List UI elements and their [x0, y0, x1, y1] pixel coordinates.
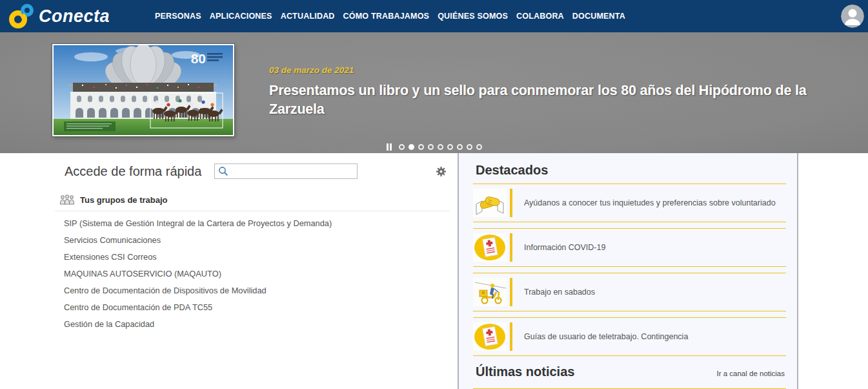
group-link-doc-movilidad[interactable]: Centro de Documentación de Dispositivos …: [64, 282, 458, 299]
carousel-controls: [0, 143, 868, 151]
featured-item-sabados[interactable]: Trabajo en sabados: [473, 273, 786, 311]
divider: [55, 211, 450, 211]
group-link-maqauto[interactable]: MAQUINAS AUTOSERVICIO (MAQAUTO): [64, 265, 458, 282]
carousel-pause-button[interactable]: [387, 143, 392, 151]
carousel-dot-8[interactable]: [467, 144, 472, 150]
work-groups-list: SIP (Sistema de Gestión Integral de la C…: [55, 215, 458, 332]
carousel-dot-2[interactable]: [409, 144, 414, 150]
featured-label: Ayúdanos a conocer tus inquietudes y pre…: [524, 198, 776, 207]
page: Conecta PERSONAS APLICACIONES ACTUALIDAD…: [0, 0, 868, 389]
nav-documenta[interactable]: DOCUMENTA: [572, 12, 625, 21]
people-group-icon: [59, 194, 75, 205]
hero-carousel: 80: [0, 32, 868, 153]
news-channel-link[interactable]: Ir a canal de noticias: [717, 370, 785, 377]
accent-bar: [510, 322, 512, 351]
carousel-dot-3[interactable]: [418, 144, 424, 150]
quick-access-panel: Accede de forma rápida: [0, 153, 458, 389]
work-groups-title: Tus grupos de trabajo: [80, 195, 168, 205]
carousel-dot-9[interactable]: [476, 144, 482, 150]
nav-como-trabajamos[interactable]: CÓMO TRABAJAMOS: [343, 12, 430, 21]
featured-item-covid[interactable]: Información COVID-19: [473, 228, 786, 267]
top-navbar: Conecta PERSONAS APLICACIONES ACTUALIDAD…: [0, 0, 868, 32]
hero-caption: 03 de marzo de 2021 Presentamos un libro…: [269, 65, 814, 118]
accent-bar: [510, 233, 512, 262]
medical-document-icon: [473, 322, 507, 351]
carousel-dot-1[interactable]: [399, 144, 405, 150]
group-link-sip[interactable]: SIP (Sistema de Gestión Integral de la C…: [64, 215, 458, 231]
carousel-dots: [399, 144, 482, 150]
carousel-dot-4[interactable]: [428, 144, 434, 150]
nav-colabora[interactable]: COLABORA: [516, 12, 564, 21]
right-spacer: [798, 153, 868, 389]
search-icon: [218, 166, 228, 179]
main-menu: PERSONAS APLICACIONES ACTUALIDAD CÓMO TR…: [155, 12, 625, 21]
search-input[interactable]: [214, 163, 358, 179]
group-link-servicios-comunicaciones[interactable]: Servicios Comunicaciones: [64, 231, 458, 248]
featured-label: Guías de usuario de teletrabajo. Conting…: [524, 332, 688, 341]
group-link-extensiones-csi[interactable]: Extensiones CSI Correos: [64, 248, 458, 265]
conecta-rings-icon: [6, 3, 37, 30]
carousel-dot-6[interactable]: [447, 144, 453, 150]
medical-document-icon: [473, 233, 507, 262]
carousel-dot-5[interactable]: [438, 144, 443, 150]
featured-panel: Destacados Ayúdanos a conoc: [458, 153, 798, 389]
nav-personas[interactable]: PERSONAS: [155, 12, 201, 21]
featured-item-teletrabajo[interactable]: Guías de usuario de teletrabajo. Conting…: [473, 317, 786, 356]
featured-label: Información COVID-19: [524, 243, 605, 252]
hero-date: 03 de marzo de 2021: [269, 65, 814, 75]
clasped-hands-icon: [473, 189, 507, 217]
quick-access-title: Accede de forma rápida: [65, 164, 201, 179]
nav-aplicaciones[interactable]: APLICACIONES: [210, 12, 272, 21]
accent-bar: [510, 278, 512, 306]
brand-name: Conecta: [39, 6, 110, 26]
nav-quienes-somos[interactable]: QUIÉNES SOMOS: [438, 12, 508, 21]
carousel-dot-7[interactable]: [457, 144, 463, 150]
main-content: Accede de forma rápida: [0, 153, 868, 389]
search-box: [214, 163, 358, 179]
featured-item-voluntariado[interactable]: Ayúdanos a conocer tus inquietudes y pre…: [473, 184, 786, 222]
conecta-logo[interactable]: Conecta: [6, 3, 110, 30]
user-avatar[interactable]: [841, 5, 864, 28]
hero-image[interactable]: 80: [52, 44, 234, 136]
accent-bar: [510, 189, 512, 217]
hero-badge-80: 80: [191, 51, 206, 66]
hero-headline[interactable]: Presentamos un libro y un sello para con…: [269, 81, 814, 118]
delivery-moped-icon: [473, 278, 507, 306]
featured-title: Destacados: [476, 163, 786, 178]
settings-gear-icon[interactable]: [436, 167, 446, 176]
group-link-gestion-capacidad[interactable]: Gestión de la Capacidad: [64, 315, 458, 332]
latest-news-title: Últimas noticias: [476, 364, 574, 379]
featured-label: Trabajo en sabados: [524, 288, 595, 297]
latest-news-header: Últimas noticias Ir a canal de noticias: [473, 364, 786, 389]
nav-actualidad[interactable]: ACTUALIDAD: [281, 12, 335, 21]
group-link-pda-tc55[interactable]: Centro de Documentación de PDA TC55: [64, 299, 458, 315]
work-groups-header: Tus grupos de trabajo: [59, 194, 458, 205]
